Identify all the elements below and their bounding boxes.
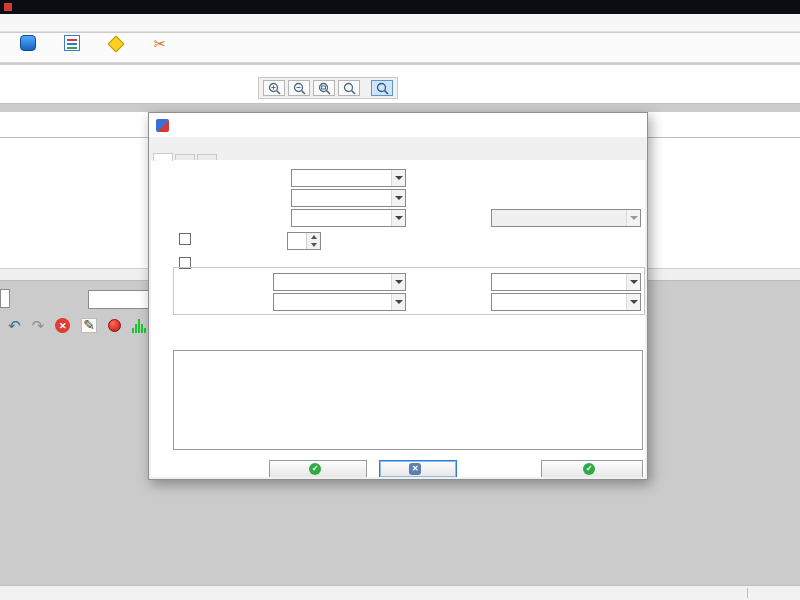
dialog-tabs [149,137,647,160]
stop-button[interactable] [16,33,40,54]
check-icon: ✓ [583,463,595,475]
status-bar [0,585,800,600]
join-button[interactable] [104,33,128,54]
format-combobox[interactable] [291,169,406,187]
chevron-down-icon [391,210,405,226]
cut-button[interactable]: ✂ [148,33,172,54]
output-format-dialog: ✓ ✕ ✓ [148,112,648,480]
magnifier-icon [376,82,389,95]
quality-up-button[interactable] [307,233,320,241]
quality-down-button[interactable] [307,241,320,249]
chevron-down-icon [626,294,640,310]
chevron-down-icon [391,294,405,310]
notes-text [173,350,643,450]
encoder-combobox[interactable] [291,209,406,227]
ok-button[interactable]: ✓ [269,460,367,477]
dialog-icon [156,119,169,132]
channels-combobox[interactable] [491,293,641,311]
app-window: { "window": { "title": "Software" }, "me… [0,0,800,600]
status-divider [747,588,748,598]
overview-waveform-canvas[interactable] [0,65,800,103]
menu-item-language[interactable] [32,21,48,25]
close-button[interactable] [617,113,647,137]
vbr-quality-spinner[interactable] [287,232,321,250]
menu-item-tools[interactable] [0,21,16,25]
redo-icon[interactable]: ↷ [32,318,45,333]
dialog-body: ✓ ✕ ✓ [151,160,645,477]
zoom-selection-icon [318,82,331,95]
window-titlebar [0,0,800,14]
chevron-down-icon [391,274,405,290]
file-extension-combobox[interactable] [291,189,406,207]
main-toolbar: ✂ [0,33,800,63]
zoom-fit-button[interactable] [338,80,360,96]
vbr-checkbox[interactable] [179,233,196,245]
dialog-titlebar [149,113,647,137]
chevron-down-icon [391,190,405,206]
zoom-fit-icon [343,82,356,95]
transport-toolbar: ↶ ↷ ✕ ✎ [8,318,146,333]
zoom-in-icon [268,82,281,95]
menu-item-help[interactable] [80,21,96,25]
stop-icon [20,35,36,51]
zoom-toolbar [258,77,398,99]
tab-basic[interactable] [153,153,173,161]
scissors-icon: ✂ [152,35,168,51]
cancel-icon: ✕ [409,463,421,475]
zoom-selection-button[interactable] [313,80,335,96]
zoom-tool-button[interactable] [371,80,393,96]
chevron-down-icon [626,274,640,290]
join-icon [108,36,125,53]
vbr-quality-value [288,233,306,249]
bitrate-combobox[interactable] [273,273,406,291]
minimize-button[interactable] [557,113,587,137]
zoom-out-icon [293,82,306,95]
menu-item-download-software[interactable] [16,21,32,25]
audio-levels-icon[interactable] [132,318,146,333]
zoom-out-button[interactable] [288,80,310,96]
check-icon: ✓ [309,463,321,475]
overview-waveform[interactable] [0,64,800,104]
bits-per-sample-combobox[interactable] [491,273,641,291]
menu-bar [0,14,800,32]
delete-icon[interactable]: ✕ [55,318,70,333]
clipped-spin-control[interactable] [0,289,10,308]
undo-icon[interactable]: ↶ [8,318,21,333]
maximize-button[interactable] [587,113,617,137]
edit-icon[interactable]: ✎ [81,318,97,333]
menu-item-buy-now[interactable] [48,21,64,25]
chevron-down-icon [626,210,640,226]
output-format-button[interactable] [60,33,84,54]
output-format-icon [64,35,80,51]
cancel-button[interactable]: ✕ [379,460,457,477]
app-icon [4,3,12,11]
menu-item-please-share[interactable] [64,21,80,25]
zoom-in-button[interactable] [263,80,285,96]
sample-rate-combobox[interactable] [273,293,406,311]
record-icon[interactable] [108,319,121,332]
reset-button[interactable]: ✓ [541,460,643,477]
chevron-down-icon [391,170,405,186]
quality-combobox[interactable] [491,209,641,227]
checkbox-box [179,233,191,245]
